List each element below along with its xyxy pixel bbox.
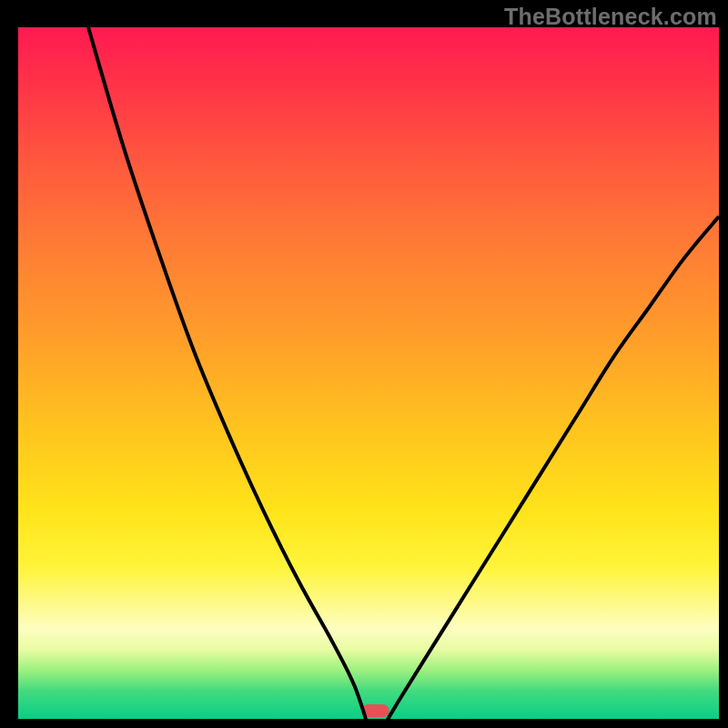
curve-right-path bbox=[382, 217, 719, 728]
watermark-text: TheBottleneck.com bbox=[504, 4, 717, 30]
bottleneck-curve bbox=[18, 27, 719, 728]
plot-area bbox=[18, 27, 719, 719]
curve-left-path bbox=[88, 27, 369, 728]
chart-frame: TheBottleneck.com bbox=[0, 0, 728, 728]
